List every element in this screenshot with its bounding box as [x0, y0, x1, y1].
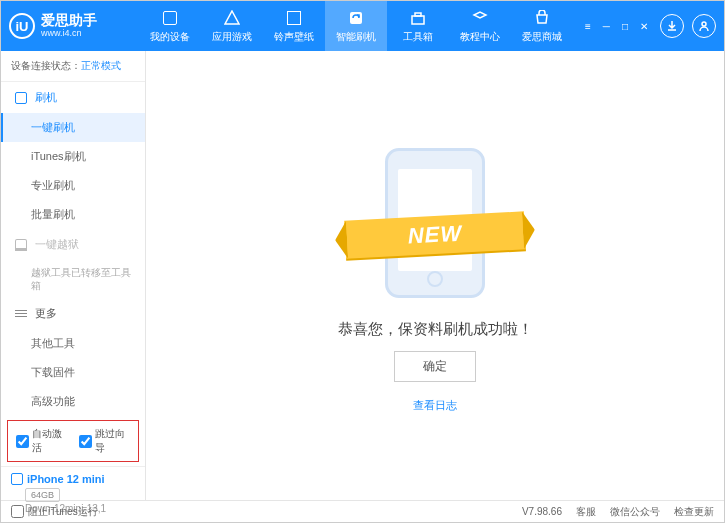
app-title: 爱思助手: [41, 13, 97, 28]
tutorial-icon: [471, 9, 489, 27]
check-label: 阻止iTunes运行: [28, 505, 98, 519]
check-label: 跳过向导: [95, 427, 130, 455]
success-message: 恭喜您，保资料刷机成功啦！: [338, 320, 533, 339]
jailbreak-note: 越狱工具已转移至工具箱: [1, 260, 145, 298]
app-url: www.i4.cn: [41, 29, 97, 39]
option-checks: 自动激活 跳过向导: [7, 420, 139, 462]
customer-service-link[interactable]: 客服: [576, 505, 596, 519]
device-name: iPhone 12 mini: [11, 473, 135, 485]
connection-status: 设备连接状态：正常模式: [1, 51, 145, 82]
sidebar-section-flash[interactable]: 刷机: [1, 82, 145, 113]
apps-icon: [223, 9, 241, 27]
svg-point-3: [702, 22, 706, 26]
user-button[interactable]: [692, 14, 716, 38]
wallpaper-icon: [285, 9, 303, 27]
phone-icon: [11, 473, 23, 485]
logo: iU 爱思助手 www.i4.cn: [9, 13, 139, 39]
sidebar-item-batch-flash[interactable]: 批量刷机: [1, 200, 145, 229]
section-label: 一键越狱: [35, 237, 79, 252]
menu-icon[interactable]: ≡: [581, 19, 595, 34]
wechat-link[interactable]: 微信公众号: [610, 505, 660, 519]
nav-toolbox[interactable]: 工具箱: [387, 1, 449, 51]
sidebar-item-pro-flash[interactable]: 专业刷机: [1, 171, 145, 200]
flash-icon: [347, 9, 365, 27]
status-value: 正常模式: [81, 60, 121, 71]
check-label: 自动激活: [32, 427, 67, 455]
window-controls: ≡ ─ □ ✕: [581, 14, 716, 38]
nav-label: 智能刷机: [336, 30, 376, 44]
nav-label: 我的设备: [150, 30, 190, 44]
check-skip-guide[interactable]: 跳过向导: [79, 427, 130, 455]
sidebar-section-jailbreak: 一键越狱: [1, 229, 145, 260]
success-illustration: NEW: [335, 138, 535, 308]
sidebar-item-itunes-flash[interactable]: iTunes刷机: [1, 142, 145, 171]
nav-label: 铃声壁纸: [274, 30, 314, 44]
nav-smart-flash[interactable]: 智能刷机: [325, 1, 387, 51]
check-update-link[interactable]: 检查更新: [674, 505, 714, 519]
logo-icon: iU: [9, 13, 35, 39]
maximize-icon[interactable]: □: [618, 19, 632, 34]
section-label: 刷机: [35, 90, 57, 105]
ok-button[interactable]: 确定: [394, 351, 476, 382]
block-itunes-check[interactable]: 阻止iTunes运行: [11, 505, 98, 519]
phone-icon: [15, 92, 27, 104]
nav-label: 爱思商城: [522, 30, 562, 44]
svg-rect-1: [412, 16, 424, 24]
svg-rect-2: [415, 13, 421, 16]
more-icon: [15, 310, 27, 317]
toolbox-icon: [409, 9, 427, 27]
view-log-link[interactable]: 查看日志: [413, 398, 457, 413]
lock-icon: [15, 239, 27, 251]
device-storage: 64GB: [25, 488, 60, 502]
checkbox-skip[interactable]: [79, 435, 92, 448]
nav-label: 工具箱: [403, 30, 433, 44]
check-auto-activate[interactable]: 自动激活: [16, 427, 67, 455]
sidebar-item-other-tools[interactable]: 其他工具: [1, 329, 145, 358]
checkbox-block-itunes[interactable]: [11, 505, 24, 518]
section-label: 更多: [35, 306, 57, 321]
nav-tutorials[interactable]: 教程中心: [449, 1, 511, 51]
download-button[interactable]: [660, 14, 684, 38]
device-icon: [161, 9, 179, 27]
version-label: V7.98.66: [522, 506, 562, 517]
main-content: NEW 恭喜您，保资料刷机成功啦！ 确定 查看日志: [146, 51, 724, 500]
nav-label: 应用游戏: [212, 30, 252, 44]
store-icon: [533, 9, 551, 27]
svg-rect-0: [350, 12, 362, 24]
nav-my-device[interactable]: 我的设备: [139, 1, 201, 51]
sidebar: 设备连接状态：正常模式 刷机 一键刷机 iTunes刷机 专业刷机 批量刷机 一…: [1, 51, 146, 500]
sidebar-section-more[interactable]: 更多: [1, 298, 145, 329]
status-label: 设备连接状态：: [11, 60, 81, 71]
nav-label: 教程中心: [460, 30, 500, 44]
nav-ringtone-wallpaper[interactable]: 铃声壁纸: [263, 1, 325, 51]
top-nav: 我的设备 应用游戏 铃声壁纸 智能刷机 工具箱 教程中心 爱思商城: [139, 1, 581, 51]
sidebar-item-download-firmware[interactable]: 下载固件: [1, 358, 145, 387]
minimize-icon[interactable]: ─: [599, 19, 614, 34]
nav-apps-games[interactable]: 应用游戏: [201, 1, 263, 51]
app-header: iU 爱思助手 www.i4.cn 我的设备 应用游戏 铃声壁纸 智能刷机 工具…: [1, 1, 724, 51]
new-banner: NEW: [344, 211, 526, 258]
nav-store[interactable]: 爱思商城: [511, 1, 573, 51]
sidebar-item-advanced[interactable]: 高级功能: [1, 387, 145, 416]
checkbox-auto[interactable]: [16, 435, 29, 448]
close-icon[interactable]: ✕: [636, 19, 652, 34]
sidebar-item-onekey-flash[interactable]: 一键刷机: [1, 113, 145, 142]
